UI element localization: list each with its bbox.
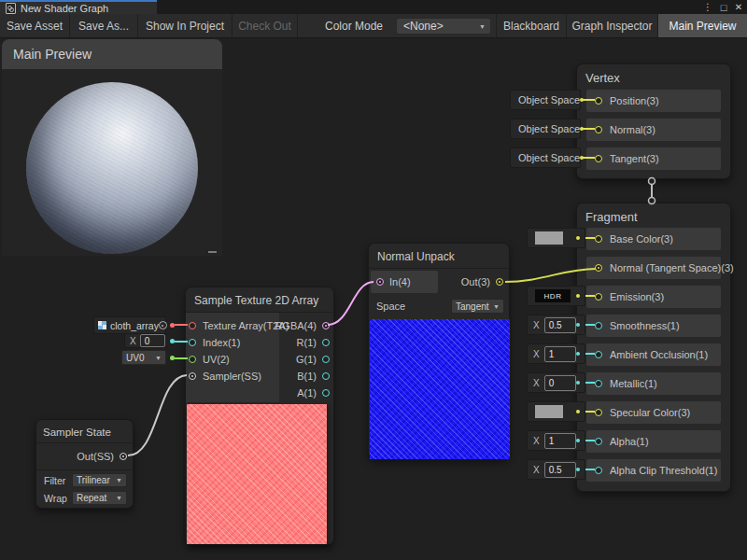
position-space-value: Object Space — [518, 94, 580, 105]
sampler-state-node[interactable]: Sampler State Out(SS) Filter Trilinear ▼… — [35, 419, 134, 509]
metallic-value[interactable]: 0 — [544, 375, 576, 391]
port-stub-dot — [576, 294, 580, 298]
vertex-node[interactable]: Vertex Position(3) Normal(3) Tangent(3) — [576, 63, 731, 179]
wire-sampler-state-to-sampler[interactable] — [128, 375, 187, 455]
show-in-project-button[interactable]: Show In Project — [138, 14, 232, 37]
specular-color-swatch[interactable] — [527, 401, 585, 422]
out-port[interactable] — [496, 278, 503, 286]
g-label: G(1) — [234, 354, 317, 365]
blackboard-toggle-button[interactable]: Blackboard — [497, 14, 566, 37]
wrap-dropdown[interactable]: Repeat ▼ — [72, 491, 127, 505]
base-color-row: Base Color(3) — [586, 228, 721, 250]
sampler-port[interactable] — [189, 372, 196, 380]
chevron-down-icon: ▼ — [493, 303, 500, 310]
specular-color-port[interactable] — [595, 409, 602, 416]
sample-texture-2d-array-node[interactable]: Sample Texture 2D Array Texture Array(T2… — [185, 287, 334, 545]
index-value[interactable]: 0 — [140, 334, 165, 347]
space-dropdown[interactable]: Tangent ▼ — [451, 299, 504, 314]
position-space-dropdown[interactable]: Object Space — [510, 90, 581, 110]
tab-new-shader-graph[interactable]: New Shader Graph — [0, 0, 157, 14]
window-menu-icon[interactable]: ⋮ — [700, 0, 715, 14]
alpha-clip-field[interactable]: X 0.5 — [527, 459, 585, 480]
base-color-port[interactable] — [595, 235, 602, 243]
emission-hdr-field[interactable]: HDR — [527, 286, 585, 306]
normal-unpack-node[interactable]: Normal Unpack In(4) Out(3) Space Tangent… — [368, 243, 510, 459]
ambient-occlusion-label: Ambient Occlusion(1) — [610, 349, 708, 360]
smoothness-port[interactable] — [595, 322, 602, 329]
uv-label: UV(2) — [203, 354, 230, 365]
a-port[interactable] — [322, 389, 330, 397]
index-port[interactable] — [189, 339, 196, 346]
normal-space-dropdown[interactable]: Object Space — [510, 119, 581, 139]
color-mode-dropdown[interactable]: <None> ▼ — [396, 18, 491, 35]
alpha-clip-port[interactable] — [595, 467, 602, 474]
base-color-swatch[interactable] — [527, 228, 585, 248]
hdr-color-field: HDR — [535, 289, 571, 302]
fragment-node-title: Fragment — [585, 210, 638, 224]
r-label: R(1) — [234, 337, 317, 348]
out-ss-port[interactable] — [120, 453, 127, 460]
normal-port[interactable] — [595, 126, 602, 133]
tangent-space-dropdown[interactable]: Object Space — [510, 147, 581, 168]
ambient-occlusion-field[interactable]: X 1 — [527, 343, 585, 364]
alpha-clip-value[interactable]: 0.5 — [544, 462, 576, 478]
x-label: X — [533, 465, 540, 475]
stub-wire — [581, 99, 595, 101]
chevron-down-icon: ▼ — [155, 355, 162, 361]
uv-channel-dropdown[interactable]: UV0 ▼ — [121, 350, 166, 365]
smoothness-field[interactable]: X 0.5 — [527, 315, 585, 335]
filter-label: Filter — [44, 475, 65, 486]
cloth-array-property[interactable]: cloth_array — [93, 316, 166, 334]
stub-wire — [585, 469, 595, 470]
metallic-field[interactable]: X 0 — [527, 372, 585, 393]
exposed-icon[interactable] — [159, 321, 167, 329]
normal-tangent-row: Normal (Tangent Space)(3) — [586, 257, 721, 279]
ambient-occlusion-port[interactable] — [595, 351, 602, 358]
position-port[interactable] — [595, 97, 602, 105]
smoothness-value[interactable]: 0.5 — [544, 317, 576, 333]
texture-array-port[interactable] — [189, 322, 196, 329]
b-port[interactable] — [322, 372, 330, 380]
out-label: Out(3) — [461, 276, 490, 287]
space-value: Tangent — [456, 301, 489, 312]
tab-title: New Shader Graph — [21, 3, 108, 14]
main-preview-toggle-button[interactable]: Main Preview — [658, 14, 747, 37]
normal-tangent-port[interactable] — [595, 264, 602, 272]
g-port[interactable] — [322, 356, 330, 363]
alpha-port[interactable] — [595, 438, 602, 445]
graph-inspector-toggle-button[interactable]: Graph Inspector — [567, 14, 657, 37]
smoothness-row: Smoothness(1) — [586, 315, 721, 337]
x-label: X — [533, 436, 540, 446]
color-swatch — [535, 231, 563, 245]
filter-dropdown[interactable]: Trilinear ▼ — [72, 473, 127, 487]
alpha-value[interactable]: 1 — [544, 433, 576, 449]
panel-resize-handle[interactable] — [208, 251, 217, 253]
r-port[interactable] — [322, 339, 330, 346]
ambient-occlusion-value[interactable]: 1 — [544, 346, 576, 362]
x-label: X — [533, 320, 540, 330]
index-field[interactable]: X 0 — [124, 333, 166, 348]
main-preview-header[interactable]: Main Preview — [2, 39, 222, 69]
in-label: In(4) — [389, 276, 411, 287]
metallic-port[interactable] — [595, 380, 602, 387]
stub-wire — [581, 128, 595, 130]
in-port[interactable] — [376, 278, 384, 286]
stub-wire — [585, 440, 595, 441]
save-as-button[interactable]: Save As... — [70, 14, 137, 37]
fragment-node[interactable]: Fragment Base Color(3) Normal (Tangent S… — [576, 203, 731, 492]
alpha-field[interactable]: X 1 — [527, 430, 585, 451]
stub-wire — [585, 353, 595, 355]
preview-sphere — [26, 82, 198, 254]
save-asset-button[interactable]: Save Asset — [0, 14, 69, 37]
tangent-port[interactable] — [595, 155, 602, 162]
node-divider — [36, 442, 133, 443]
port-stub-dot — [576, 352, 580, 356]
base-color-label: Base Color(3) — [610, 233, 673, 245]
wire-rgba-to-in[interactable] — [328, 282, 374, 325]
x-label: X — [130, 336, 136, 346]
emission-port[interactable] — [595, 293, 602, 301]
uv-port[interactable] — [189, 356, 196, 363]
close-icon[interactable]: ✕ — [731, 0, 746, 14]
rgba-port[interactable] — [322, 322, 330, 329]
maximize-icon[interactable]: □ — [716, 0, 731, 14]
